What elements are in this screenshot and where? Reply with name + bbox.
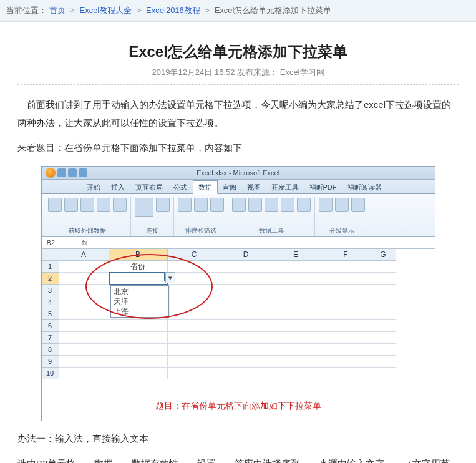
breadcrumb-current: Excel怎么给单元格添加下拉菜单 [215, 6, 332, 15]
excel-screenshot-1: Excel.xlsx - Microsoft Excel 开始 插入 页面布局 … [41, 166, 435, 421]
cell [271, 332, 321, 344]
row-header: 2 [42, 273, 59, 285]
ribbon-group-outline: 分级显示 [315, 197, 369, 236]
ribbon-tab: 福昕PDF [304, 181, 342, 193]
cell [221, 368, 271, 379]
other-source-icon [97, 198, 110, 212]
window-title: Excel.xlsx - Microsoft Excel [197, 169, 279, 177]
cell [371, 356, 396, 368]
cell [321, 368, 371, 379]
paragraph: 前面我们讲到了用手动输入的办法设置单元格下拉选项，今天呢小编为大家总结了exce… [17, 96, 459, 132]
cell [321, 261, 371, 273]
breadcrumb-sep: > [70, 6, 75, 15]
group-icon [319, 198, 333, 212]
col-header: E [271, 249, 321, 261]
cell [371, 261, 396, 273]
cell [271, 261, 321, 273]
cell [168, 261, 221, 273]
ribbon-tab-active: 数据 [193, 180, 218, 194]
cell [371, 308, 396, 320]
cell [321, 273, 371, 285]
consolidate-icon [281, 198, 294, 212]
ribbon-tab: 开发工具 [266, 181, 304, 193]
cell [321, 296, 371, 308]
divider [17, 84, 459, 85]
meta-date: 2019年12月24日 16:52 [152, 67, 235, 77]
breadcrumb-link-home[interactable]: 首页 [49, 6, 66, 15]
connections-icon [156, 198, 170, 212]
ribbon-tabs: 开始 插入 页面布局 公式 数据 审阅 视图 开发工具 福昕PDF 福昕阅读器 [42, 180, 435, 194]
cell [59, 356, 109, 368]
cell [321, 308, 371, 320]
breadcrumb: 当前位置： 首页 > Excel教程大全 > Excel2016教程 > Exc… [0, 0, 476, 22]
cell [221, 296, 271, 308]
cell [168, 273, 221, 285]
col-header: A [59, 249, 109, 261]
cell [321, 285, 371, 296]
what-if-icon [297, 198, 311, 212]
sort-icon [178, 198, 192, 212]
subtotal-icon [351, 198, 365, 212]
breadcrumb-sep: > [205, 6, 210, 15]
cell [371, 273, 396, 285]
name-box: B2 [42, 239, 77, 246]
cell [221, 308, 271, 320]
cell [59, 320, 109, 332]
ribbon-tab: 视图 [242, 181, 266, 193]
cell [168, 296, 221, 308]
cell [271, 285, 321, 296]
cell [168, 356, 221, 368]
row-header: 4 [42, 296, 59, 308]
existing-conn-icon [113, 198, 127, 212]
cell [271, 368, 321, 379]
cell [109, 273, 168, 285]
figure-caption: 题目：在省份单元格下面添加如下下拉菜单 [42, 397, 435, 421]
access-icon [48, 198, 62, 212]
cell [168, 368, 221, 379]
ribbon-group-connections: 连接 [131, 197, 174, 236]
ribbon-group-sort-filter: 排序和筛选 [174, 197, 228, 236]
cell [59, 296, 109, 308]
ribbon-tab: 页面布局 [130, 181, 168, 193]
cell [321, 356, 371, 368]
cell [271, 320, 321, 332]
cell [59, 285, 109, 296]
cell [371, 332, 396, 344]
cell [109, 344, 168, 356]
cell [59, 308, 109, 320]
dropdown-item: 天津 [111, 296, 168, 306]
page-title: Excel怎么给单元格添加下拉菜单 [17, 42, 459, 62]
cell [59, 344, 109, 356]
breadcrumb-link-2[interactable]: Excel2016教程 [146, 6, 200, 15]
cell [109, 356, 168, 368]
cell [168, 320, 221, 332]
col-header: D [221, 249, 271, 261]
dropdown-item: 北京 [111, 286, 168, 296]
cell [168, 332, 221, 344]
cell [371, 344, 396, 356]
ribbon-group-data-tools: 数据工具 [228, 197, 315, 236]
breadcrumb-link-1[interactable]: Excel教程大全 [79, 6, 132, 15]
row-header: 6 [42, 320, 59, 332]
fx-icon: fx [77, 239, 93, 246]
qat-undo-icon [68, 168, 77, 177]
cell [109, 320, 168, 332]
row-header: 10 [42, 368, 59, 379]
cell [321, 344, 371, 356]
window-titlebar: Excel.xlsx - Microsoft Excel [42, 167, 435, 180]
web-icon [64, 198, 78, 212]
cell [371, 320, 396, 332]
cell [271, 273, 321, 285]
cell [59, 261, 109, 273]
breadcrumb-label: 当前位置： [6, 6, 47, 15]
dropdown-control [112, 273, 165, 281]
meta-source-label: 发布来源： [237, 67, 278, 77]
text-icon [80, 198, 94, 212]
refresh-icon [135, 198, 153, 217]
filter-icon [194, 198, 208, 212]
cell [371, 368, 396, 379]
cell [371, 285, 396, 296]
qat-save-icon [57, 168, 66, 177]
cell [168, 285, 221, 296]
cell [168, 344, 221, 356]
